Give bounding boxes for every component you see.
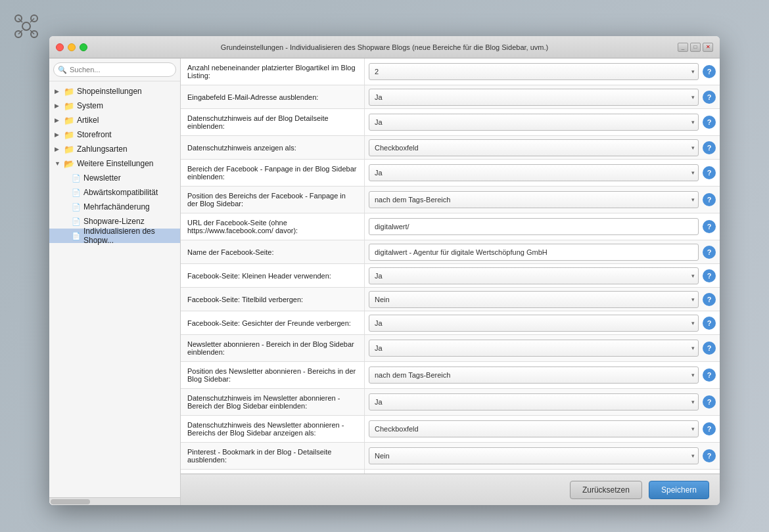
help-button-row6[interactable]: ? bbox=[703, 193, 716, 206]
sidebar-item-shopeinstellungen[interactable]: ▶ 📁 Shopeinstellungen bbox=[49, 84, 180, 99]
win-minimize-btn[interactable]: _ bbox=[678, 43, 688, 52]
sidebar-label-weitere: Weitere Einstellungen bbox=[77, 159, 154, 168]
settings-value-row7: ? bbox=[365, 213, 720, 240]
help-button-row4[interactable]: ? bbox=[703, 141, 716, 154]
settings-row: Position des Newsletter abonnieren - Ber… bbox=[181, 362, 720, 389]
sidebar-item-weitere[interactable]: ▼ 📂 Weitere Einstellungen bbox=[49, 156, 180, 171]
close-button[interactable] bbox=[56, 43, 64, 51]
settings-row: Position des Bereichs der Facebook - Fan… bbox=[181, 187, 720, 213]
minimize-button[interactable] bbox=[68, 43, 76, 51]
settings-row: Datenschutzhinweis im Newsletter abonnie… bbox=[181, 389, 720, 416]
folder-icon: 📁 bbox=[64, 144, 74, 154]
settings-container: Anzahl nebeneinander platzierter Blogart… bbox=[181, 58, 720, 474]
content-area: 🔍 ▶ 📁 Shopeinstellungen ▶ 📁 System bbox=[49, 58, 720, 505]
help-button-row5[interactable]: ? bbox=[703, 166, 716, 179]
file-icon: 📄 bbox=[72, 232, 81, 240]
settings-row: Eingabefeld E-Mail-Adresse ausblenden:Ja… bbox=[181, 85, 720, 109]
reset-button[interactable]: Zurücksetzen bbox=[570, 481, 642, 499]
text-input-row7[interactable] bbox=[369, 218, 699, 235]
select-row1[interactable]: 1234 bbox=[369, 63, 699, 80]
settings-label-row4: Datenschutzhinweis anzeigen als: bbox=[181, 136, 365, 159]
sidebar-label-mehrfach: Mehrfachänderung bbox=[83, 202, 150, 211]
select-row12[interactable]: JaNein bbox=[369, 340, 699, 357]
expander-icon: ▶ bbox=[55, 102, 64, 109]
settings-value-row10: JaNein▾? bbox=[365, 288, 720, 311]
sidebar-item-zahlungsarten[interactable]: ▶ 📁 Zahlungsarten bbox=[49, 142, 180, 156]
help-button-row3[interactable]: ? bbox=[703, 116, 716, 129]
sidebar-item-system[interactable]: ▶ 📁 System bbox=[49, 99, 180, 113]
help-button-row7[interactable]: ? bbox=[703, 220, 716, 233]
settings-row: Anzahl nebeneinander platzierter Blogart… bbox=[181, 58, 720, 85]
select-row6[interactable]: nach dem Tags-Bereichvor dem Tags-Bereic… bbox=[369, 191, 699, 208]
settings-label-row13: Position des Newsletter abonnieren - Ber… bbox=[181, 362, 365, 388]
sidebar-item-artikel[interactable]: ▶ 📁 Artikel bbox=[49, 113, 180, 127]
help-button-row9[interactable]: ? bbox=[703, 269, 716, 282]
sidebar: 🔍 ▶ 📁 Shopeinstellungen ▶ 📁 System bbox=[49, 58, 181, 505]
settings-label-row6: Position des Bereichs der Facebook - Fan… bbox=[181, 187, 365, 213]
settings-value-row1: 1234▾? bbox=[365, 58, 720, 85]
sidebar-scrollbar[interactable] bbox=[49, 497, 180, 505]
help-button-row13[interactable]: ? bbox=[703, 368, 716, 382]
select-row13[interactable]: nach dem Tags-Bereichvor dem Tags-Bereic… bbox=[369, 366, 699, 384]
folder-icon: 📁 bbox=[64, 101, 74, 111]
select-row16[interactable]: JaNein bbox=[369, 447, 699, 464]
select-wrap-row5: JaNein▾ bbox=[369, 164, 699, 181]
settings-value-row16: JaNein▾? bbox=[365, 443, 720, 469]
help-button-row11[interactable]: ? bbox=[703, 317, 716, 330]
sidebar-item-mehrfach[interactable]: 📄 Mehrfachänderung bbox=[49, 200, 180, 214]
sidebar-item-newsletter[interactable]: 📄 Newsletter bbox=[49, 171, 180, 185]
desktop: Grundeinstellungen - Individualisieren d… bbox=[0, 0, 769, 532]
select-row15[interactable]: CheckboxfeldText bbox=[369, 420, 699, 437]
sidebar-label-artikel: Artikel bbox=[77, 116, 99, 125]
settings-scroll[interactable]: Anzahl nebeneinander platzierter Blogart… bbox=[181, 58, 720, 474]
settings-row: Datenschutzhinweis auf der Blog Detailse… bbox=[181, 109, 720, 136]
settings-value-row5: JaNein▾? bbox=[365, 160, 720, 186]
select-row4[interactable]: CheckboxfeldText bbox=[369, 139, 699, 156]
settings-value-row14: JaNein▾? bbox=[365, 389, 720, 415]
select-row5[interactable]: JaNein bbox=[369, 164, 699, 181]
select-row3[interactable]: JaNein bbox=[369, 114, 699, 131]
file-icon: 📄 bbox=[72, 188, 81, 197]
help-button-row2[interactable]: ? bbox=[703, 91, 716, 104]
settings-row: Pinterest - Bookmark in der Blog - Detai… bbox=[181, 443, 720, 470]
select-wrap-row15: CheckboxfeldText▾ bbox=[369, 420, 699, 437]
settings-row: Datenschutzhinweis des Newsletter abonni… bbox=[181, 416, 720, 443]
maximize-button[interactable] bbox=[80, 43, 87, 51]
win-maximize-btn[interactable]: □ bbox=[690, 43, 701, 52]
file-icon: 📄 bbox=[72, 203, 81, 211]
help-button-row12[interactable]: ? bbox=[703, 342, 716, 355]
select-row11[interactable]: JaNein bbox=[369, 315, 699, 332]
expander-icon: ▼ bbox=[55, 160, 64, 167]
help-button-row8[interactable]: ? bbox=[703, 246, 716, 259]
settings-value-row4: CheckboxfeldText▾? bbox=[365, 136, 720, 159]
settings-value-row6: nach dem Tags-Bereichvor dem Tags-Bereic… bbox=[365, 187, 720, 213]
help-button-row15[interactable]: ? bbox=[703, 422, 716, 435]
help-button-row1[interactable]: ? bbox=[703, 65, 716, 78]
settings-label-row11: Facebook-Seite: Gesichter der Freunde ve… bbox=[181, 311, 365, 334]
file-icon: 📄 bbox=[72, 217, 81, 226]
search-input[interactable] bbox=[53, 62, 176, 77]
select-row9[interactable]: JaNein bbox=[369, 267, 699, 284]
main-window: Grundeinstellungen - Individualisieren d… bbox=[49, 36, 720, 505]
help-button-row16[interactable]: ? bbox=[703, 449, 716, 462]
settings-row: Facebook-Seite: Gesichter der Freunde ve… bbox=[181, 311, 720, 335]
win-close-btn[interactable]: ✕ bbox=[703, 43, 713, 52]
settings-row: Newsletter abonnieren - Bereich in der B… bbox=[181, 335, 720, 362]
settings-value-row13: nach dem Tags-Bereichvor dem Tags-Bereic… bbox=[365, 362, 720, 388]
sidebar-item-storefront[interactable]: ▶ 📁 Storefront bbox=[49, 127, 180, 142]
select-wrap-row1: 1234▾ bbox=[369, 63, 699, 80]
text-input-row8[interactable] bbox=[369, 244, 699, 261]
sidebar-item-individualisieren[interactable]: 📄 Individualisieren des Shopw... bbox=[49, 229, 180, 243]
help-button-row10[interactable]: ? bbox=[703, 293, 716, 306]
scrollbar-thumb[interactable] bbox=[51, 499, 90, 504]
select-row14[interactable]: JaNein bbox=[369, 393, 699, 410]
expander-icon: ▶ bbox=[55, 88, 64, 95]
select-row2[interactable]: JaNein bbox=[369, 89, 699, 106]
save-button[interactable]: Speichern bbox=[649, 481, 709, 499]
sidebar-item-abwaerts[interactable]: 📄 Abwärtskompatibilität bbox=[49, 185, 180, 200]
select-row10[interactable]: JaNein bbox=[369, 291, 699, 308]
settings-value-row2: JaNein▾? bbox=[365, 85, 720, 108]
help-button-row14[interactable]: ? bbox=[703, 395, 716, 409]
titlebar: Grundeinstellungen - Individualisieren d… bbox=[49, 36, 720, 58]
settings-label-row12: Newsletter abonnieren - Bereich in der B… bbox=[181, 335, 365, 361]
